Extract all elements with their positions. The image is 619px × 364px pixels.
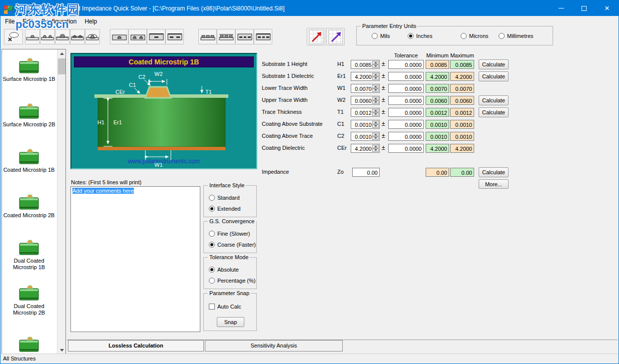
tolerance-input[interactable]: 0.0000: [388, 132, 424, 141]
radio-microns[interactable]: Microns: [461, 33, 489, 39]
spinner-down-button[interactable]: [372, 124, 379, 128]
param-value-input[interactable]: 0.0010: [351, 120, 380, 129]
toolbar-structure-button-8[interactable]: [147, 29, 165, 44]
minimum-field[interactable]: 0.0085: [426, 60, 449, 69]
spinner-up-button[interactable]: [372, 121, 379, 124]
menu-edit[interactable]: Edit: [18, 16, 37, 26]
toolbar-structure-button-6[interactable]: [110, 29, 128, 44]
radio-millimetres[interactable]: Millimetres: [499, 33, 534, 39]
minimum-field[interactable]: 0.0070: [426, 84, 449, 93]
radio-inches[interactable]: Inches: [408, 33, 432, 39]
minimum-field[interactable]: 0.0010: [426, 120, 449, 129]
sidebar-item-partial[interactable]: [2, 335, 56, 355]
param-value-input[interactable]: 0.0010: [351, 132, 380, 141]
spinner-up-button[interactable]: [372, 97, 379, 100]
spinner-down-button[interactable]: [372, 136, 379, 140]
spinner-down-button[interactable]: [372, 64, 379, 68]
calculate-button[interactable]: Calculate: [479, 107, 509, 117]
notes-textarea[interactable]: Add your comments here: [70, 186, 200, 332]
solver-red-arrow-button[interactable]: [307, 28, 325, 45]
minimum-field[interactable]: 0.0060: [426, 96, 449, 105]
tab-sensitivity-analysis[interactable]: Sensitivity Analysis: [205, 340, 343, 352]
scroll-up-button[interactable]: [57, 49, 66, 58]
spinner-up-button[interactable]: [372, 85, 379, 88]
toolbar-structure-button-4[interactable]: [70, 29, 85, 44]
calculate-button[interactable]: Calculate: [479, 71, 509, 81]
radio-standard[interactable]: Standard: [209, 195, 240, 201]
minimum-field[interactable]: 4.2000: [426, 72, 449, 81]
spinner-down-button[interactable]: [372, 148, 379, 152]
toolbar-structure-button-7[interactable]: [128, 29, 147, 44]
impedance-minimum-field[interactable]: 0.00: [426, 168, 449, 177]
param-value-input[interactable]: 0.0070: [351, 84, 380, 93]
param-value-input[interactable]: 4.2000: [351, 72, 380, 81]
tolerance-input[interactable]: 0.0000: [388, 72, 424, 81]
spinner-up-button[interactable]: [372, 145, 379, 148]
tolerance-input[interactable]: 0.0000: [388, 96, 424, 105]
toolbar-structure-button-13[interactable]: [254, 29, 272, 44]
maximum-field[interactable]: 0.0060: [450, 96, 474, 105]
maximum-field[interactable]: 0.0010: [450, 120, 474, 129]
impedance-maximum-field[interactable]: 0.00: [450, 168, 474, 177]
param-value-input[interactable]: 0.0085: [351, 60, 380, 69]
tolerance-input[interactable]: 0.0000: [388, 120, 424, 129]
radio-coarse-faster[interactable]: Coarse (Faster): [209, 242, 256, 248]
spinner-down-button[interactable]: [372, 88, 379, 92]
impedance-calculate-button[interactable]: Calculate: [479, 167, 509, 177]
minimize-button[interactable]: [550, 0, 573, 16]
param-value-input[interactable]: 4.2000: [351, 144, 380, 153]
sidebar-item-dual-coated-microstrip-2b[interactable]: Dual Coated Microstrip 2B: [2, 284, 56, 316]
maximum-field[interactable]: 0.0070: [450, 84, 474, 93]
toolbar-structure-button-9[interactable]: [165, 29, 184, 44]
radio-percentage[interactable]: Percentage (%): [209, 278, 255, 284]
more-button[interactable]: More...: [479, 179, 509, 189]
spinner-up-button[interactable]: [372, 73, 379, 76]
spinner-down-button[interactable]: [372, 76, 379, 80]
maximize-button[interactable]: [573, 0, 596, 16]
toolbar-structure-button-10[interactable]: [198, 29, 217, 44]
impedance-value-input[interactable]: 0.00: [352, 168, 380, 177]
tolerance-input[interactable]: 0.0000: [388, 108, 424, 117]
toolbar-structure-button-3[interactable]: [55, 29, 70, 44]
spinner-up-button[interactable]: [372, 109, 379, 112]
menu-help[interactable]: Help: [80, 16, 101, 26]
maximum-field[interactable]: 0.0012: [450, 108, 474, 117]
spinner-down-button[interactable]: [372, 112, 379, 116]
menu-file[interactable]: File: [1, 16, 18, 26]
radio-fine-slower[interactable]: Fine (Slower): [209, 231, 250, 237]
toolbar-structure-button-12[interactable]: [235, 29, 254, 44]
auto-calc-checkbox[interactable]: Auto Calc: [209, 304, 241, 310]
snap-button[interactable]: Snap: [217, 317, 244, 327]
toolbar-structure-button-2[interactable]: [40, 29, 55, 44]
radio-mils[interactable]: Mils: [372, 33, 390, 39]
close-button[interactable]: ✕: [596, 0, 619, 16]
radio-absolute[interactable]: Absolute: [209, 267, 239, 273]
toolbar-structure-button-11[interactable]: [217, 29, 235, 44]
radio-extended[interactable]: Extended: [209, 206, 240, 212]
sidebar-item-coated-microstrip-2b[interactable]: Coated Microstrip 2B: [2, 193, 56, 219]
maximum-field[interactable]: 0.0010: [450, 132, 474, 141]
minimum-field[interactable]: 0.0012: [426, 108, 449, 117]
toolbar-structure-button-1[interactable]: [25, 29, 40, 44]
spinner-up-button[interactable]: [372, 133, 379, 136]
param-value-input[interactable]: 0.0060: [351, 96, 380, 105]
menu-configuration[interactable]: Configuration: [37, 16, 80, 26]
solver-purple-arrow-button[interactable]: [326, 28, 345, 45]
calculate-button[interactable]: Calculate: [479, 95, 509, 105]
toolbar-button-misc[interactable]: [4, 29, 23, 44]
spinner-down-button[interactable]: [372, 100, 379, 104]
tolerance-input[interactable]: 0.0000: [388, 84, 424, 93]
maximum-field[interactable]: 4.2000: [450, 72, 474, 81]
calculate-button[interactable]: Calculate: [479, 59, 509, 69]
spinner-up-button[interactable]: [372, 61, 379, 64]
toolbar-structure-button-5[interactable]: [85, 29, 100, 44]
sidebar-item-dual-coated-microstrip-1b[interactable]: Dual Coated Microstrip 1B: [2, 238, 56, 271]
minimum-field[interactable]: 0.0010: [426, 132, 449, 141]
tolerance-input[interactable]: 0.0000: [388, 60, 424, 69]
minimum-field[interactable]: 4.2000: [426, 144, 449, 153]
param-value-input[interactable]: 0.0012: [351, 108, 380, 117]
tab-lossless-calculation[interactable]: Lossless Calculation: [68, 340, 204, 352]
maximum-field[interactable]: 0.0085: [450, 60, 474, 69]
tolerance-input[interactable]: 0.0000: [388, 144, 424, 153]
maximum-field[interactable]: 4.2000: [450, 144, 474, 153]
